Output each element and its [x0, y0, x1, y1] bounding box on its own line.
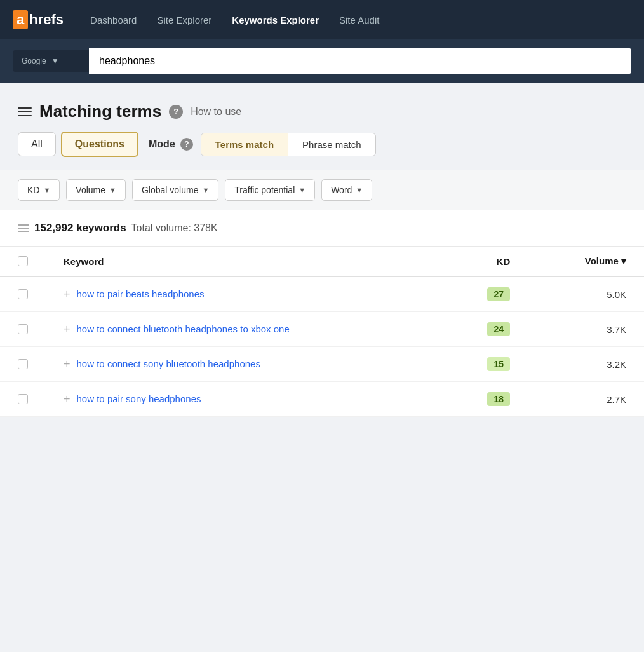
hamburger-line-2	[18, 111, 32, 112]
row-checkbox-cell	[0, 347, 46, 382]
row-keyword-link-0[interactable]: how to pair beats headphones	[77, 289, 205, 299]
page-header: Matching terms ? How to use	[0, 95, 644, 132]
volume-filter[interactable]: Volume ▼	[66, 179, 126, 201]
row-kd-badge-3: 18	[487, 392, 510, 406]
row-plus-btn-2[interactable]: +	[64, 358, 70, 370]
hamburger-icon[interactable]	[18, 107, 32, 116]
logo-a: a	[13, 10, 28, 29]
table-row: + how to pair sony headphones 18 2.7K	[0, 382, 644, 417]
search-input[interactable]	[89, 48, 631, 74]
tab-all[interactable]: All	[18, 132, 56, 156]
drag-icon	[18, 224, 29, 232]
search-bar: Google ▼	[0, 39, 644, 83]
table-row: + how to connect bluetooth headphones to…	[0, 312, 644, 347]
page-title: Matching terms	[39, 102, 161, 121]
filter-row: KD ▼ Volume ▼ Global volume ▼ Traffic po…	[0, 170, 644, 210]
table-row: + how to connect sony bluetooth headphon…	[0, 347, 644, 382]
select-all-checkbox[interactable]	[18, 256, 28, 266]
kd-filter-label: KD	[27, 185, 39, 195]
row-volume-cell-0: 5.0K	[528, 276, 644, 312]
mode-tab-phrase[interactable]: Phrase match	[288, 133, 375, 156]
mode-help-icon[interactable]: ?	[180, 138, 193, 151]
row-kd-badge-2: 15	[487, 357, 510, 371]
traffic-potential-filter[interactable]: Traffic potential ▼	[225, 179, 315, 201]
row-keyword-cell: + how to pair sony headphones	[46, 382, 440, 417]
row-keyword-link-3[interactable]: how to pair sony headphones	[77, 393, 201, 404]
engine-chevron: ▼	[51, 57, 59, 65]
nav-site-explorer[interactable]: Site Explorer	[149, 10, 219, 31]
filter-section: All Questions Mode ? Terms match Phrase …	[0, 132, 644, 170]
top-navigation: a hrefs Dashboard Site Explorer Keywords…	[0, 0, 644, 39]
hamburger-line-3	[18, 115, 32, 116]
global-volume-label: Global volume	[142, 185, 199, 195]
total-volume: Total volume: 378K	[131, 222, 218, 234]
row-kd-cell: 15	[440, 347, 528, 382]
table-row: + how to pair beats headphones 27 5.0K	[0, 276, 644, 312]
drag-line-1	[18, 224, 29, 226]
kd-chevron-icon: ▼	[43, 186, 50, 194]
mode-tabs: Terms match Phrase match	[201, 133, 376, 156]
nav-links: Dashboard Site Explorer Keywords Explore…	[83, 10, 387, 31]
row-checkbox-1[interactable]	[18, 324, 28, 334]
row-plus-btn-0[interactable]: +	[64, 289, 70, 300]
row-kd-badge-1: 24	[487, 322, 510, 336]
row-kd-cell: 24	[440, 312, 528, 347]
th-checkbox	[0, 247, 46, 276]
keywords-table: Keyword KD Volume ▾ + how to pair beats …	[0, 247, 644, 417]
word-filter[interactable]: Word ▼	[321, 179, 372, 201]
row-checkbox-cell	[0, 312, 46, 347]
word-filter-label: Word	[331, 185, 352, 195]
word-chevron-icon: ▼	[356, 186, 363, 194]
th-kd: KD	[440, 247, 528, 276]
row-volume-cell-1: 3.7K	[528, 312, 644, 347]
search-input-wrapper	[89, 48, 631, 74]
engine-select[interactable]: Google ▼	[13, 50, 89, 72]
page-help-icon[interactable]: ?	[169, 105, 183, 119]
nav-site-audit[interactable]: Site Audit	[332, 10, 387, 31]
engine-label: Google	[22, 57, 46, 65]
logo[interactable]: a hrefs	[13, 10, 64, 29]
table-header-row: Keyword KD Volume ▾	[0, 247, 644, 276]
row-checkbox-0[interactable]	[18, 289, 28, 299]
row-volume-cell-3: 2.7K	[528, 382, 644, 417]
row-checkbox-2[interactable]	[18, 359, 28, 369]
row-plus-btn-3[interactable]: +	[64, 393, 70, 405]
global-volume-filter[interactable]: Global volume ▼	[132, 179, 218, 201]
row-checkbox-cell	[0, 382, 46, 417]
global-volume-chevron-icon: ▼	[202, 186, 209, 194]
row-kd-cell: 18	[440, 382, 528, 417]
nav-keywords-explorer[interactable]: Keywords Explorer	[224, 10, 326, 31]
mode-tab-terms[interactable]: Terms match	[201, 133, 288, 156]
row-plus-btn-1[interactable]: +	[64, 323, 70, 335]
row-kd-badge-0: 27	[487, 287, 510, 301]
th-keyword: Keyword	[46, 247, 440, 276]
row-kd-cell: 27	[440, 276, 528, 312]
results-panel: 152,992 keywords Total volume: 378K Keyw…	[0, 210, 644, 417]
drag-line-3	[18, 231, 29, 232]
volume-filter-label: Volume	[76, 185, 105, 195]
row-keyword-cell: + how to connect sony bluetooth headphon…	[46, 347, 440, 382]
row-volume-cell-2: 3.2K	[528, 347, 644, 382]
row-keyword-cell: + how to pair beats headphones	[46, 276, 440, 312]
mode-label: Mode	[149, 139, 175, 150]
keywords-count: 152,992 keywords	[34, 222, 126, 234]
row-keyword-link-1[interactable]: how to connect bluetooth headphones to x…	[77, 323, 290, 334]
logo-hrefs: hrefs	[29, 11, 64, 28]
nav-dashboard[interactable]: Dashboard	[83, 10, 144, 31]
main-content: Matching terms ? How to use All Question…	[0, 83, 644, 417]
row-checkbox-cell	[0, 276, 46, 312]
how-to-use-link[interactable]: How to use	[191, 106, 241, 118]
traffic-potential-label: Traffic potential	[234, 185, 295, 195]
th-volume[interactable]: Volume ▾	[528, 247, 644, 276]
traffic-chevron-icon: ▼	[299, 186, 305, 194]
row-keyword-link-2[interactable]: how to connect sony bluetooth headphones	[77, 358, 260, 369]
row-checkbox-3[interactable]	[18, 394, 28, 404]
kd-filter[interactable]: KD ▼	[18, 179, 60, 201]
results-summary: 152,992 keywords Total volume: 378K	[0, 210, 644, 247]
tab-questions[interactable]: Questions	[61, 132, 138, 157]
drag-line-2	[18, 228, 29, 229]
row-keyword-cell: + how to connect bluetooth headphones to…	[46, 312, 440, 347]
volume-chevron-icon: ▼	[109, 186, 116, 194]
hamburger-line-1	[18, 107, 32, 109]
